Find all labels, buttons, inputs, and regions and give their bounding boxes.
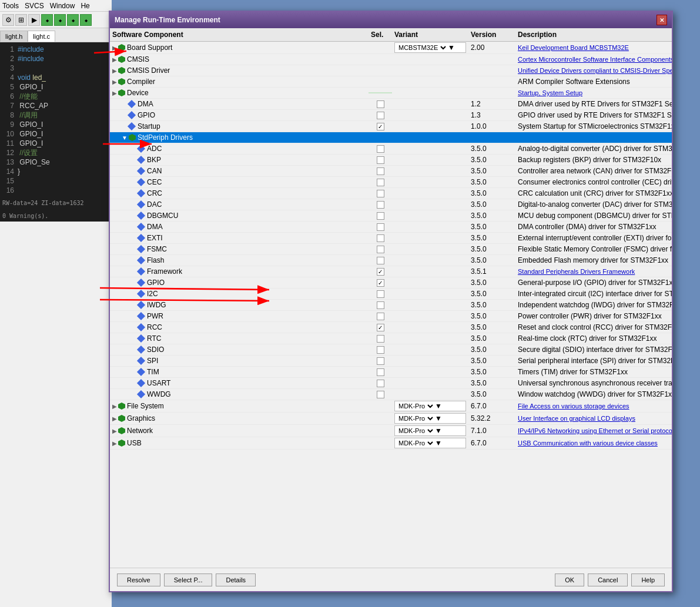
table-row-rcc[interactable]: RCC 3.5.0Reset and clock control (RCC) d… (110, 322, 672, 333)
variant-network[interactable]: MDK-Pro▼ (392, 425, 468, 437)
sel-unchecked-usart[interactable] (369, 379, 392, 388)
resolve-button[interactable]: Resolve (117, 574, 160, 586)
sel-unchecked-flash[interactable] (369, 256, 392, 265)
sel-checked-gpio2[interactable] (369, 279, 392, 287)
sel-unchecked-adc[interactable] (369, 145, 392, 153)
sel-checked-startup[interactable] (369, 122, 392, 131)
table-row-compiler[interactable]: ▶ Compiler ARM Compiler Software Extensi… (110, 76, 672, 88)
desc-graphics[interactable]: User Interface on graphical LCD displays (515, 414, 672, 423)
help-button[interactable]: Help (631, 574, 665, 586)
details-button[interactable]: Details (216, 574, 256, 586)
table-row-pwr[interactable]: PWR 3.5.0Power controller (PWR) driver f… (110, 311, 672, 322)
toolbar-btn-green4[interactable]: ⬥ (80, 14, 92, 26)
sel-unchecked-rtc[interactable] (369, 334, 392, 343)
dialog-close-button[interactable]: ✕ (657, 15, 667, 25)
desc-link-cmsis-driver[interactable]: Unified Device Drivers compliant to CMSI… (518, 67, 672, 74)
desc-network[interactable]: IPv4/IPv6 Networking using Ethernet or S… (515, 426, 672, 435)
sel-unchecked-dbgmcu[interactable] (369, 212, 392, 220)
ok-button[interactable]: OK (555, 574, 584, 586)
menu-window[interactable]: Window (50, 2, 75, 10)
table-row-spi[interactable]: SPI 3.5.0Serial peripheral interface (SP… (110, 356, 672, 367)
table-row-usart[interactable]: USART 3.5.0Universal synchronous asynchr… (110, 378, 672, 389)
desc-link-board-support[interactable]: Keil Development Board MCBSTM32E (518, 44, 629, 51)
sel-unchecked-fsmc[interactable] (369, 245, 392, 254)
sel-unchecked-exti[interactable] (369, 234, 392, 243)
sel-unchecked-crc[interactable] (369, 189, 392, 198)
desc-link-device[interactable]: Startup, System Setup (518, 89, 582, 96)
table-row-gpio2[interactable]: GPIO 3.5.0General-purpose I/O (GPIO) dri… (110, 277, 672, 289)
sel-unchecked-cec[interactable] (369, 178, 392, 187)
desc-link-graphics[interactable]: User Interface on graphical LCD displays (518, 415, 635, 422)
desc-link-usb[interactable]: USB Communication with various device cl… (518, 440, 658, 447)
table-row-graphics[interactable]: ▶ Graphics MDK-Pro▼ 5.32.2User Interface… (110, 413, 672, 425)
toolbar-btn-green2[interactable]: ⬥ (54, 14, 66, 26)
table-row-sdio[interactable]: SDIO 3.5.0Secure digital (SDIO) interfac… (110, 344, 672, 356)
sel-checked-framework[interactable] (369, 267, 392, 276)
desc-cmsis[interactable]: Cortex Microcontroller Software Interfac… (515, 55, 672, 64)
desc-link-filesystem[interactable]: File Access on various storage devices (518, 403, 629, 410)
menu-svcs[interactable]: SVCS (25, 2, 44, 10)
desc-framework[interactable]: Standard Peripherals Drivers Framework (515, 267, 672, 276)
desc-board-support[interactable]: Keil Development Board MCBSTM32E (515, 43, 672, 52)
variant-select-graphics[interactable]: MDK-Pro (396, 414, 435, 422)
table-row-rtc[interactable]: RTC 3.5.0Real-time clock (RTC) driver fo… (110, 333, 672, 344)
table-row-usb[interactable]: ▶ USB MDK-Pro▼ 6.7.0USB Communication wi… (110, 437, 672, 450)
variant-board-support[interactable]: MCBSTM32E▼ (392, 42, 468, 53)
desc-link-cmsis[interactable]: Cortex Microcontroller Software Interfac… (518, 56, 672, 63)
table-row-stdperiph[interactable]: ▼ StdPeriph Drivers (110, 132, 672, 143)
tab-light-c[interactable]: light.c (28, 31, 55, 42)
table-row-filesystem[interactable]: ▶ File System MDK-Pro▼ 6.7.0File Access … (110, 400, 672, 413)
table-row-tim[interactable]: TIM 3.5.0Timers (TIM) driver for STM32F1… (110, 367, 672, 378)
variant-usb[interactable]: MDK-Pro▼ (392, 437, 468, 449)
table-row-iwdg[interactable]: IWDG 3.5.0Independent watchdog (IWDG) dr… (110, 300, 672, 311)
menu-tools[interactable]: Tools (2, 2, 19, 10)
desc-device[interactable]: Startup, System Setup (515, 88, 672, 98)
sel-unchecked-tim[interactable] (369, 368, 392, 377)
toolbar-btn-1[interactable]: ⚙ (2, 14, 14, 26)
sel-unchecked-wwdg[interactable] (369, 390, 392, 399)
toolbar-btn-green1[interactable]: ⬥ (41, 14, 53, 26)
table-row-i2c[interactable]: I2C 3.5.0Inter-integrated circuit (I2C) … (110, 289, 672, 300)
sel-unchecked-gpio[interactable] (369, 111, 392, 120)
sel-unchecked-pwr[interactable] (369, 312, 392, 321)
select-p-button[interactable]: Select P... (164, 574, 213, 586)
desc-filesystem[interactable]: File Access on various storage devices (515, 401, 672, 411)
sel-unchecked-iwdg[interactable] (369, 301, 392, 310)
table-row-fsmc[interactable]: FSMC 3.5.0Flexible Static Memory Control… (110, 244, 672, 255)
tab-light-h[interactable]: light.h (0, 31, 28, 42)
table-row-startup[interactable]: Startup 1.0.0System Startup for STMicroe… (110, 121, 672, 132)
table-row-bkp[interactable]: BKP 3.5.0Backup registers (BKP) driver f… (110, 155, 672, 166)
desc-cmsis-driver[interactable]: Unified Device Drivers compliant to CMSI… (515, 66, 672, 75)
variant-graphics[interactable]: MDK-Pro▼ (392, 413, 468, 424)
table-row-device[interactable]: ▶ Device Startup, System Setup (110, 88, 672, 99)
table-row-network[interactable]: ▶ Network MDK-Pro▼ 7.1.0IPv4/IPv6 Networ… (110, 425, 672, 437)
sel-unchecked-i2c[interactable] (369, 290, 392, 299)
table-row-cec[interactable]: CEC 3.5.0Consumer electronics control co… (110, 177, 672, 188)
table-row-adc[interactable]: ADC 3.5.0Analog-to-digital converter (AD… (110, 143, 672, 155)
variant-select-network[interactable]: MDK-Pro (396, 427, 435, 435)
variant-filesystem[interactable]: MDK-Pro▼ (392, 400, 468, 412)
table-row-can[interactable]: CAN 3.5.0Controller area network (CAN) d… (110, 166, 672, 177)
desc-usb[interactable]: USB Communication with various device cl… (515, 438, 672, 448)
table-row-dma2[interactable]: DMA 3.5.0DMA controller (DMA) driver for… (110, 222, 672, 233)
table-row-exti[interactable]: EXTI 3.5.0External interrupt/event contr… (110, 233, 672, 244)
sel-unchecked-can[interactable] (369, 167, 392, 176)
table-row-crc[interactable]: CRC 3.5.0CRC calculation unit (CRC) driv… (110, 188, 672, 199)
sel-unchecked-spi[interactable] (369, 357, 392, 365)
variant-select-board-support[interactable]: MCBSTM32E (396, 43, 448, 52)
sel-unchecked-dma[interactable] (369, 100, 392, 109)
toolbar-btn-2[interactable]: ⊞ (15, 14, 27, 26)
table-row-cmsis-driver[interactable]: ▶ CMSIS Driver Unified Device Drivers co… (110, 65, 672, 76)
menu-he[interactable]: He (81, 2, 89, 10)
table-row-cmsis[interactable]: ▶ CMSIS Cortex Microcontroller Software … (110, 54, 672, 65)
cancel-button[interactable]: Cancel (588, 574, 628, 586)
table-row-board-support[interactable]: ▶ Board Support MCBSTM32E▼ 2.00Keil Deve… (110, 42, 672, 54)
table-row-framework[interactable]: Framework 3.5.1Standard Peripherals Driv… (110, 266, 672, 277)
sel-unchecked-dac[interactable] (369, 200, 392, 209)
table-row-dac[interactable]: DAC 3.5.0Digital-to-analog converter (DA… (110, 199, 672, 210)
desc-link-framework[interactable]: Standard Peripherals Drivers Framework (518, 268, 635, 275)
toolbar-btn-3[interactable]: ▶ (28, 14, 40, 26)
sel-unchecked-dma2[interactable] (369, 223, 392, 232)
sel-checked-rcc[interactable] (369, 323, 392, 332)
desc-link-network[interactable]: IPv4/IPv6 Networking using Ethernet or S… (518, 427, 672, 434)
